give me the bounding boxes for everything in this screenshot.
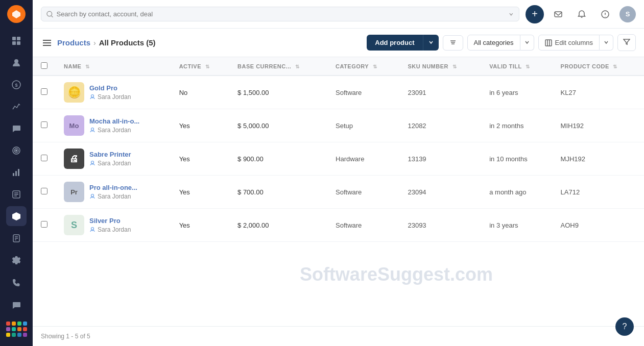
col-header-code[interactable]: PRODUCT CODE ⇅ (553, 57, 644, 76)
col-header-active[interactable]: ACTIVE ⇅ (171, 57, 229, 76)
nav-item-currency[interactable]: $ (6, 75, 27, 95)
nav-item-products[interactable] (6, 206, 27, 226)
row-category-cell: Hardware (327, 142, 399, 176)
row-sku-cell: 12082 (399, 109, 481, 142)
nav-item-phone[interactable] (6, 273, 27, 293)
breadcrumb-current: All Products (5) (99, 38, 156, 47)
edit-columns-dropdown-button[interactable] (600, 35, 613, 51)
product-info: Sabre Printer Sara Jordan (89, 151, 131, 167)
row-checkbox[interactable] (41, 155, 47, 161)
product-info: Gold Pro Sara Jordan (89, 84, 131, 101)
owner-name: Sara Jordan (98, 160, 131, 167)
edit-columns-button[interactable]: Edit columns (538, 35, 600, 51)
filter-button[interactable] (617, 34, 636, 51)
help-button[interactable]: ? (615, 317, 634, 336)
category-dropdown-button[interactable] (520, 35, 534, 51)
owner-icon (89, 160, 96, 166)
product-name[interactable]: Mocha all-in-o... (89, 117, 139, 125)
row-code-cell: KL27 (553, 76, 644, 109)
page-header-actions: Add product All categories (367, 34, 636, 51)
product-name[interactable]: Sabre Printer (89, 151, 131, 158)
select-all-checkbox[interactable] (41, 62, 47, 69)
col-header-sku[interactable]: SKU NUMBER ⇅ (399, 57, 481, 76)
global-add-button[interactable]: + (526, 5, 544, 23)
col-header-name[interactable]: NAME ⇅ (56, 57, 171, 76)
product-info: Silver Pro Sara Jordan (89, 217, 131, 233)
col-header-category[interactable]: CATEGORY ⇅ (327, 57, 399, 76)
row-checkbox[interactable] (41, 121, 47, 128)
left-nav: $ (0, 0, 33, 346)
nav-item-messages[interactable] (6, 295, 27, 315)
nav-item-target[interactable] (6, 141, 27, 161)
svg-text:$: $ (15, 83, 17, 88)
filter-sort-icon (449, 39, 457, 46)
row-code-cell: LA712 (553, 176, 644, 209)
product-owner: Sara Jordan (89, 160, 131, 167)
table-footer: Showing 1 - 5 of 5 (33, 326, 644, 346)
svg-rect-12 (15, 171, 17, 176)
nav-item-deals[interactable] (6, 162, 27, 182)
nav-app-grid[interactable] (2, 317, 31, 341)
row-sku-cell: 13139 (399, 142, 481, 176)
search-dropdown-icon[interactable] (509, 12, 514, 17)
svg-point-36 (91, 128, 94, 131)
edit-columns-label: Edit columns (555, 39, 593, 46)
table-row: 🪙 Gold Pro Sara Jordan No $ 1,500.00 Sof… (33, 76, 644, 109)
category-select[interactable]: All categories (467, 35, 520, 51)
nav-bottom (2, 250, 31, 341)
row-checkbox-cell (33, 109, 56, 142)
nav-item-reports[interactable] (6, 184, 27, 204)
hamburger-menu-button[interactable] (41, 38, 53, 48)
edit-columns-wrapper: Edit columns (538, 35, 613, 51)
svg-point-37 (91, 161, 94, 164)
product-thumbnail: 🖨 (64, 149, 84, 169)
breadcrumb-parent[interactable]: Products (57, 38, 90, 47)
table-row: S Silver Pro Sara Jordan Yes $ 2,000.00 … (33, 209, 644, 242)
nav-item-tasks[interactable] (6, 228, 27, 248)
alert-icon-button[interactable] (596, 5, 614, 23)
svg-point-38 (91, 194, 94, 197)
row-code-cell: MJH192 (553, 142, 644, 176)
add-product-button[interactable]: Add product (367, 35, 422, 51)
row-sku-cell: 23093 (399, 209, 481, 242)
nav-item-settings[interactable] (6, 250, 27, 270)
user-avatar[interactable]: S (619, 6, 636, 22)
notification-bell-button[interactable] (573, 5, 591, 23)
row-checkbox-cell (33, 76, 56, 109)
nav-item-dashboard[interactable] (6, 31, 27, 51)
owner-name: Sara Jordan (98, 193, 131, 200)
filter-sort-button[interactable] (443, 35, 463, 51)
col-header-valid[interactable]: VALID TILL ⇅ (481, 57, 552, 76)
email-icon-button[interactable] (549, 5, 567, 23)
svg-point-5 (14, 59, 18, 63)
row-valid-cell: a month ago (481, 176, 552, 209)
row-sku-cell: 23091 (399, 76, 481, 109)
product-name[interactable]: Silver Pro (89, 217, 131, 225)
nav-item-chat[interactable] (6, 119, 27, 139)
svg-marker-0 (12, 10, 20, 18)
svg-rect-24 (555, 12, 562, 17)
add-product-wrapper: Add product (367, 35, 438, 51)
col-header-price[interactable]: BASE CURRENC... ⇅ (229, 57, 327, 76)
row-sku-cell: 23094 (399, 176, 481, 209)
row-checkbox-cell (33, 176, 56, 209)
row-code-cell: AOH9 (553, 209, 644, 242)
product-name[interactable]: Pro all-in-one... (89, 184, 137, 191)
nav-item-analytics[interactable] (6, 97, 27, 117)
search-bar[interactable] (41, 7, 519, 21)
svg-rect-3 (12, 41, 16, 45)
row-checkbox[interactable] (41, 221, 47, 228)
app-logo[interactable] (7, 5, 26, 23)
svg-line-23 (52, 15, 53, 17)
row-checkbox[interactable] (41, 188, 47, 194)
search-input[interactable] (56, 10, 506, 18)
add-product-dropdown-button[interactable] (423, 35, 439, 51)
products-table: NAME ⇅ ACTIVE ⇅ BASE CURRENC... ⇅ CATEGO… (33, 57, 644, 242)
product-name[interactable]: Gold Pro (89, 84, 131, 92)
row-active-cell: No (171, 76, 229, 109)
svg-point-39 (91, 228, 94, 230)
page-header: Products › All Products (5) Add product (33, 29, 644, 57)
nav-item-contacts[interactable] (6, 53, 27, 73)
owner-icon (89, 127, 96, 133)
row-checkbox[interactable] (41, 88, 47, 95)
